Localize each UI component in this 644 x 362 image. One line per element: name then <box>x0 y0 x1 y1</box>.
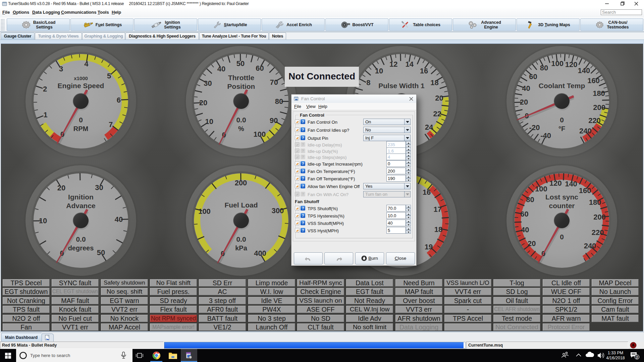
svg-text:Fuel Load: Fuel Load <box>224 201 258 209</box>
svg-text:2: 2 <box>636 355 638 359</box>
svg-text:160: 160 <box>587 76 600 85</box>
svg-text:20: 20 <box>528 239 536 248</box>
svg-text:18: 18 <box>434 225 442 234</box>
svg-text:22: 22 <box>433 110 441 118</box>
svg-text:kPa: kPa <box>235 244 247 252</box>
svg-text:0.0: 0.0 <box>236 235 246 243</box>
svg-text:200: 200 <box>235 179 247 187</box>
svg-text:240: 240 <box>579 127 592 135</box>
svg-text:24: 24 <box>425 123 433 131</box>
svg-text:20: 20 <box>199 99 207 107</box>
svg-text:Ignition: Ignition <box>68 193 94 201</box>
svg-text:Throttle: Throttle <box>228 74 254 81</box>
svg-text:8: 8 <box>366 78 370 87</box>
svg-text:100: 100 <box>551 59 564 68</box>
svg-text:120: 120 <box>549 179 562 187</box>
svg-text:16: 16 <box>420 67 428 75</box>
svg-text:140: 140 <box>565 180 577 188</box>
svg-text:1: 1 <box>43 111 47 119</box>
svg-text:7: 7 <box>109 120 113 129</box>
svg-text:20: 20 <box>57 184 65 192</box>
svg-text:0: 0 <box>79 116 83 124</box>
svg-text:400: 400 <box>254 249 266 257</box>
svg-text:4: 4 <box>84 60 89 68</box>
svg-text:20: 20 <box>520 98 528 106</box>
svg-text:180: 180 <box>589 198 601 206</box>
svg-text:140: 140 <box>578 66 590 75</box>
svg-text:°F: °F <box>558 125 565 132</box>
svg-text:16: 16 <box>423 188 431 196</box>
svg-text:-20: -20 <box>529 123 540 132</box>
svg-text:10: 10 <box>205 117 213 126</box>
svg-text:5: 5 <box>107 72 111 80</box>
svg-text:50: 50 <box>97 248 105 257</box>
svg-text:40: 40 <box>522 84 530 93</box>
svg-text:10: 10 <box>375 67 383 75</box>
svg-text:14: 14 <box>405 60 414 68</box>
svg-text:160: 160 <box>579 186 591 195</box>
svg-text:90: 90 <box>270 116 278 125</box>
svg-text:220: 220 <box>592 228 604 237</box>
svg-text:0.0: 0.0 <box>236 116 246 124</box>
svg-text:300: 300 <box>272 206 284 215</box>
svg-text:10: 10 <box>39 217 47 225</box>
svg-text:19: 19 <box>425 243 433 251</box>
svg-text:30: 30 <box>204 79 212 87</box>
svg-text:120: 120 <box>565 60 578 69</box>
svg-text:60: 60 <box>520 210 528 218</box>
svg-text:200: 200 <box>593 103 605 112</box>
svg-text:240: 240 <box>584 242 596 250</box>
svg-text:17: 17 <box>434 205 442 214</box>
svg-text:Pulse Width 1: Pulse Width 1 <box>378 82 425 89</box>
svg-text:100: 100 <box>535 185 547 193</box>
svg-text:6: 6 <box>117 96 121 104</box>
svg-text:220: 220 <box>588 116 601 125</box>
svg-text:30: 30 <box>95 183 103 192</box>
svg-text:0.0: 0.0 <box>76 235 86 243</box>
svg-text:Position: Position <box>227 82 255 90</box>
svg-text:40: 40 <box>115 215 123 224</box>
svg-text:12: 12 <box>389 60 397 68</box>
svg-text:x1000: x1000 <box>74 75 88 81</box>
svg-text:0: 0 <box>560 116 564 124</box>
svg-text:Lost sync: Lost sync <box>545 193 578 201</box>
svg-text:100: 100 <box>198 207 211 216</box>
svg-text:80: 80 <box>526 195 534 204</box>
svg-text:0: 0 <box>560 233 564 241</box>
svg-text:60: 60 <box>529 72 537 81</box>
svg-text:70: 70 <box>270 78 278 86</box>
svg-text:2: 2 <box>43 85 47 93</box>
svg-text:RPM: RPM <box>73 125 88 132</box>
svg-text:40: 40 <box>217 65 225 73</box>
svg-text:Coolant Temp: Coolant Temp <box>539 82 585 89</box>
svg-text:counter: counter <box>549 202 575 209</box>
svg-text:3: 3 <box>59 65 63 73</box>
svg-text:%: % <box>238 125 244 132</box>
svg-text:Engine Speed: Engine Speed <box>58 82 104 89</box>
svg-text:200: 200 <box>593 213 606 221</box>
svg-text:Advance: Advance <box>66 202 96 209</box>
svg-text:50: 50 <box>236 59 245 68</box>
svg-text:80: 80 <box>275 97 283 106</box>
svg-text:degrees: degrees <box>68 244 94 252</box>
svg-text:60: 60 <box>256 64 264 72</box>
svg-text:180: 180 <box>593 89 605 98</box>
svg-text:18: 18 <box>430 78 438 87</box>
svg-text:80: 80 <box>540 64 548 72</box>
svg-text:20: 20 <box>435 94 443 102</box>
svg-text:40: 40 <box>521 226 529 234</box>
